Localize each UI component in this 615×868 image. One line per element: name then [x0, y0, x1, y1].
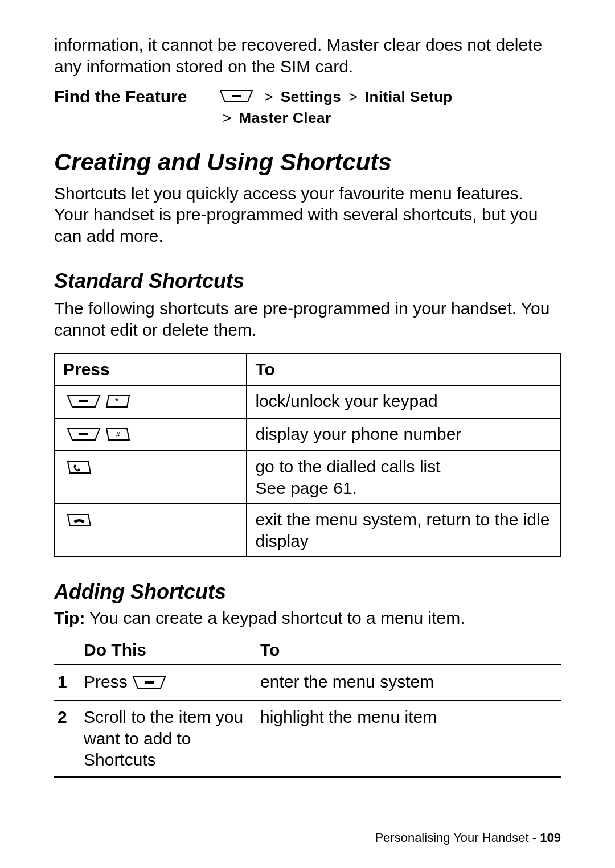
- standard-heading: Standard Shortcuts: [54, 269, 561, 293]
- tip-label: Tip:: [54, 608, 85, 627]
- path-sep: >: [264, 88, 273, 105]
- standard-shortcuts-table: Press To lock/unlock your keypad display…: [54, 353, 561, 557]
- to-cell: exit the menu system, return to the idle…: [247, 504, 560, 557]
- path-seg-1: Settings: [281, 88, 342, 105]
- do-this-cell: Scroll to the item you want to add to Sh…: [80, 700, 257, 777]
- step-number: 2: [54, 700, 80, 777]
- find-feature-label: Find the Feature: [54, 87, 219, 106]
- press-cell: [55, 451, 247, 504]
- press-cell: [55, 385, 247, 418]
- find-feature-row: Find the Feature > Settings > Initial Se…: [54, 87, 561, 128]
- tip-line: Tip: You can create a keypad shortcut to…: [54, 608, 561, 628]
- adding-heading: Adding Shortcuts: [54, 580, 561, 604]
- col-to-steps: To: [257, 636, 561, 665]
- tip-text: You can create a keypad shortcut to a me…: [89, 608, 465, 627]
- table-row: 1Press enter the menu system: [54, 665, 561, 700]
- footer-sep: -: [529, 830, 540, 845]
- star-key-icon: [105, 392, 130, 413]
- table-row: lock/unlock your keypad: [55, 385, 560, 418]
- table-row: go to the dialled calls listSee page 61.: [55, 451, 560, 504]
- step-number: 1: [54, 665, 80, 700]
- to-cell: highlight the menu item: [257, 700, 561, 777]
- path-sep: >: [223, 109, 231, 126]
- to-cell: display your phone number: [247, 418, 560, 451]
- to-cell: go to the dialled calls listSee page 61.: [247, 451, 560, 504]
- hash-key-icon: [105, 425, 130, 446]
- menu-key-icon: [219, 88, 253, 108]
- col-do-this: Do This: [80, 636, 257, 665]
- do-this-cell: Press: [80, 665, 257, 700]
- col-press: Press: [55, 353, 247, 385]
- page-footer: Personalising Your Handset - 109: [375, 830, 561, 845]
- footer-section: Personalising Your Handset: [375, 830, 528, 845]
- to-cell: lock/unlock your keypad: [247, 385, 560, 418]
- menu-key-icon: [67, 392, 101, 413]
- menu-key-icon: [132, 673, 166, 694]
- press-cell: [55, 418, 247, 451]
- intro-paragraph: information, it cannot be recovered. Mas…: [54, 34, 561, 77]
- to-cell: enter the menu system: [257, 665, 561, 700]
- adding-steps-table: Do This To 1Press enter the menu system2…: [54, 636, 561, 777]
- end-key-icon: [67, 511, 92, 532]
- section-intro: Shortcuts let you quickly access your fa…: [54, 183, 561, 247]
- section-heading: Creating and Using Shortcuts: [54, 149, 561, 176]
- footer-page: 109: [540, 830, 561, 845]
- table-row: exit the menu system, return to the idle…: [55, 504, 560, 557]
- find-feature-path: > Settings > Initial Setup > Master Clea…: [219, 87, 453, 128]
- col-to: To: [247, 353, 560, 385]
- path-seg-3: Master Clear: [239, 109, 331, 126]
- path-sep: >: [348, 88, 357, 105]
- table-row: display your phone number: [55, 418, 560, 451]
- path-seg-2: Initial Setup: [365, 88, 453, 105]
- press-cell: [55, 504, 247, 557]
- table-row: 2Scroll to the item you want to add to S…: [54, 700, 561, 777]
- send-key-icon: [67, 458, 92, 479]
- menu-key-icon: [67, 425, 101, 446]
- standard-intro: The following shortcuts are pre-programm…: [54, 298, 561, 340]
- col-step-num: [54, 636, 80, 665]
